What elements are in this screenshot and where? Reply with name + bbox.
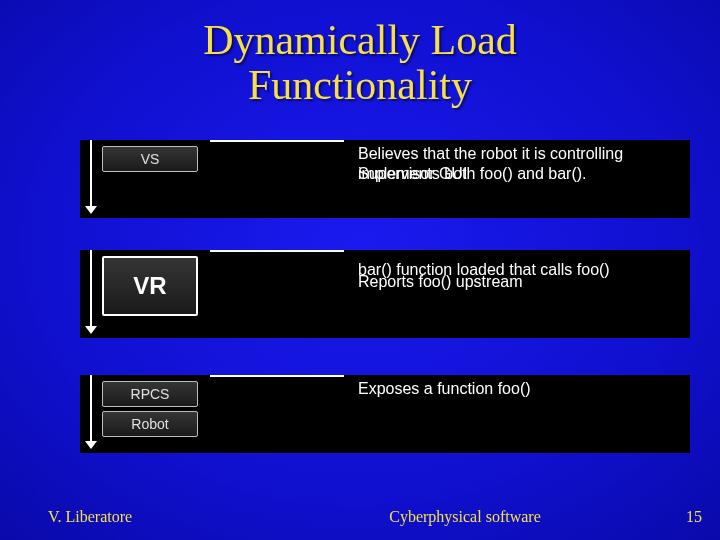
arrow-head-icon [85,441,97,449]
vr-text-b: Reports foo() upstream [358,274,686,291]
box-col-1: VS [102,140,202,178]
box-col-2: VR [102,250,202,322]
title-line-2: Functionality [248,62,472,108]
hline-icon [210,375,344,377]
arrow-head-icon [85,206,97,214]
slide-title: Dynamically Load Functionality [0,0,720,109]
footer-page-number: 15 [662,508,702,526]
arrow-down-1 [80,140,102,218]
vs-box: VS [102,146,198,172]
footer-author: V. Liberatore [48,508,268,526]
text-overlay-1: Believes that the robot it is controllin… [358,144,686,183]
box-col-3: RPCS Robot [102,375,202,443]
arrow-shaft [90,250,92,326]
title-line-1: Dynamically Load [203,17,517,63]
hline-icon [210,140,344,142]
row-vr: VR bar() function loaded that calls foo(… [80,250,690,338]
footer: V. Liberatore Cyberphysical software 15 [0,508,720,526]
robot-text: Exposes a function foo() [358,379,531,399]
footer-center: Cyberphysical software [268,508,662,526]
hline-icon [210,250,344,252]
text-overlay-2: bar() function loaded that calls foo() R… [358,262,686,279]
arrow-down-3 [80,375,102,453]
arrow-down-2 [80,250,102,338]
vr-box: VR [102,256,198,316]
row-vs: VS Believes that the robot it is control… [80,140,690,218]
text-col-1: Believes that the robot it is controllin… [352,140,690,183]
rpcs-box: RPCS [102,381,198,407]
arrow-shaft [90,375,92,441]
vs-text-b: Supervisor GUI [358,164,686,184]
row-robot: RPCS Robot Exposes a function foo() [80,375,690,453]
arrow-head-icon [85,326,97,334]
robot-box: Robot [102,411,198,437]
arrow-shaft [90,140,92,206]
text-col-3: Exposes a function foo() [352,375,690,401]
text-col-2: bar() function loaded that calls foo() R… [352,250,690,279]
